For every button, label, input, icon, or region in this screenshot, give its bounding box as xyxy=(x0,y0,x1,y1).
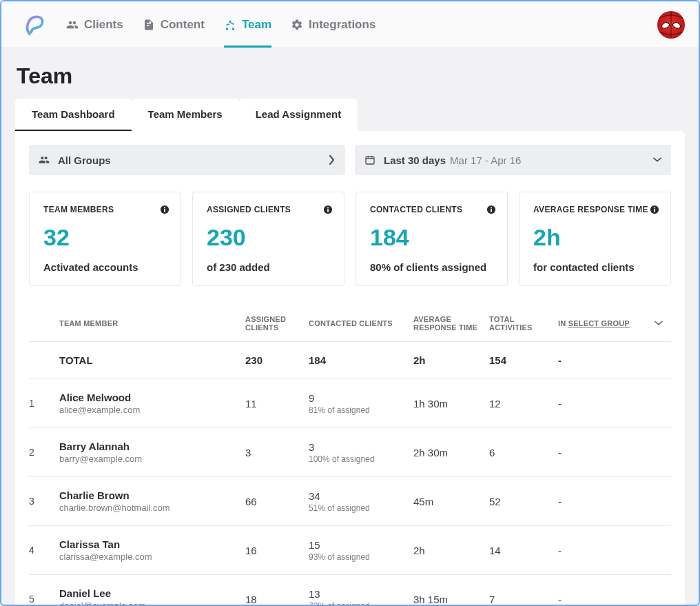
member-name: Charlie Brown xyxy=(59,489,245,501)
document-icon xyxy=(143,19,155,31)
row-response: 45m xyxy=(413,496,489,507)
date-filter-label: Last 30 days xyxy=(384,154,446,166)
col-team-member: TEAM MEMBER xyxy=(59,319,245,327)
svg-rect-2 xyxy=(164,209,165,212)
metric-value: 2h xyxy=(533,225,657,249)
metric-value: 32 xyxy=(43,225,167,249)
row-response: 2h 30m xyxy=(413,447,489,458)
row-contacted: 3 100% of assigned xyxy=(309,441,413,464)
metric-sub: Activated accounts xyxy=(43,261,167,273)
row-group: - xyxy=(558,447,655,458)
avatar-mask-icon xyxy=(657,11,685,39)
row-activities: 12 xyxy=(489,398,558,410)
nav-team-label: Team xyxy=(242,18,271,32)
member-email: alice@example.com xyxy=(59,405,245,415)
row-member: Charlie Brown charlie.brown@hotmail.com xyxy=(59,489,245,513)
metric-title: AVERAGE RESPONSE TIME xyxy=(533,205,657,214)
row-assigned: 3 xyxy=(245,447,309,458)
info-icon[interactable] xyxy=(650,205,659,214)
row-contacted-pct: 81% of assigned xyxy=(309,405,413,415)
svg-rect-3 xyxy=(164,208,165,209)
row-contacted-pct: 51% of assigned xyxy=(309,503,413,513)
tab-lead-assignment[interactable]: Lead Assignment xyxy=(239,99,358,131)
row-response: 3h 15m xyxy=(413,594,489,605)
row-activities: 6 xyxy=(489,447,558,458)
nav-clients-label: Clients xyxy=(84,18,123,32)
people-icon xyxy=(66,19,79,31)
metric-value: 184 xyxy=(370,225,493,249)
table-row[interactable]: 4 Clarissa Tan clarissa@example.com 16 1… xyxy=(29,526,671,575)
nav-team[interactable]: Team xyxy=(224,1,271,48)
row-group: - xyxy=(558,545,655,556)
metric-title: CONTACTED CLIENTS xyxy=(370,205,493,214)
svg-rect-8 xyxy=(491,209,492,212)
row-activities: 14 xyxy=(489,545,558,556)
chevron-down-icon[interactable] xyxy=(655,319,671,327)
nav-integrations[interactable]: Integrations xyxy=(291,1,375,48)
table-row[interactable]: 2 Barry Alannah barry@example.com 3 3 10… xyxy=(29,428,671,477)
select-group-link[interactable]: SELECT GROUP xyxy=(568,319,630,327)
total-activities: 154 xyxy=(489,354,558,366)
row-contacted-pct: 93% of assigned xyxy=(309,552,413,562)
metric-team-members: TEAM MEMBERS 32 Activated accounts xyxy=(29,192,181,286)
member-email: barry@example.com xyxy=(59,454,245,464)
total-label: TOTAL xyxy=(59,354,245,366)
row-contacted: 13 72% of assigned xyxy=(309,588,413,607)
nav-content-label: Content xyxy=(161,18,205,32)
row-assigned: 66 xyxy=(245,496,309,507)
logo-icon xyxy=(23,13,46,37)
user-avatar[interactable] xyxy=(657,11,685,39)
row-assigned: 11 xyxy=(245,398,309,410)
app-logo[interactable] xyxy=(15,13,54,37)
row-contacted: 15 93% of assigned xyxy=(309,539,413,562)
total-contacted: 184 xyxy=(309,354,413,366)
info-icon[interactable] xyxy=(323,205,333,214)
svg-rect-5 xyxy=(327,209,329,212)
col-response: AVERAGE RESPONSE TIME xyxy=(413,315,489,332)
row-index: 4 xyxy=(29,545,59,556)
metric-sub: 80% of clients assigned xyxy=(370,261,493,273)
svg-rect-11 xyxy=(654,209,655,212)
total-response: 2h xyxy=(413,354,489,366)
page-title: Team xyxy=(1,48,699,99)
date-filter-range: Mar 17 - Apr 16 xyxy=(450,154,521,166)
member-name: Barry Alannah xyxy=(59,441,245,452)
svg-rect-6 xyxy=(327,208,329,209)
date-filter[interactable]: Last 30 days Mar 17 - Apr 16 xyxy=(355,145,671,175)
metric-assigned-clients: ASSIGNED CLIENTS 230 of 230 added xyxy=(192,192,344,286)
metric-title: ASSIGNED CLIENTS xyxy=(207,205,330,214)
total-group: - xyxy=(558,354,655,366)
col-activities: TOTAL ACTIVITIES xyxy=(489,315,558,332)
chevron-right-icon xyxy=(329,155,336,165)
member-email: clarissa@example.com xyxy=(59,552,245,562)
row-contacted: 9 81% of assigned xyxy=(309,392,413,415)
top-navbar: Clients Content Team Integrations xyxy=(1,1,699,48)
row-group: - xyxy=(558,594,655,605)
member-name: Daniel Lee xyxy=(59,587,245,599)
col-in-group[interactable]: IN SELECT GROUP xyxy=(558,319,655,327)
nav-clients[interactable]: Clients xyxy=(66,1,123,48)
row-member: Alice Melwood alice@example.com xyxy=(59,392,245,415)
info-icon[interactable] xyxy=(486,205,496,214)
tab-team-members[interactable]: Team Members xyxy=(132,99,239,131)
table-row[interactable]: 5 Daniel Lee daniel@example.com 18 13 72… xyxy=(29,575,671,606)
table-row[interactable]: 3 Charlie Brown charlie.brown@hotmail.co… xyxy=(29,477,671,526)
group-filter[interactable]: All Groups xyxy=(29,145,345,175)
table-row[interactable]: 1 Alice Melwood alice@example.com 11 9 8… xyxy=(29,379,671,428)
nav-integrations-label: Integrations xyxy=(309,18,375,32)
tab-team-dashboard[interactable]: Team Dashboard xyxy=(15,99,132,131)
member-email: charlie.brown@hotmail.com xyxy=(59,503,245,513)
svg-rect-0 xyxy=(366,156,374,164)
col-assigned: ASSIGNED CLIENTS xyxy=(245,315,309,332)
info-icon[interactable] xyxy=(160,205,169,214)
row-contacted-pct: 72% of assigned xyxy=(309,601,413,607)
metric-title: TEAM MEMBERS xyxy=(43,205,167,214)
table-row-total: TOTAL 230 184 2h 154 - xyxy=(29,342,671,379)
nav-content[interactable]: Content xyxy=(143,1,205,48)
metric-sub: for contacted clients xyxy=(533,261,657,273)
row-group: - xyxy=(558,398,655,410)
sitemap-icon xyxy=(224,19,236,31)
row-index: 1 xyxy=(29,398,59,409)
row-assigned: 16 xyxy=(245,545,309,556)
member-email: daniel@example.com xyxy=(59,600,245,606)
